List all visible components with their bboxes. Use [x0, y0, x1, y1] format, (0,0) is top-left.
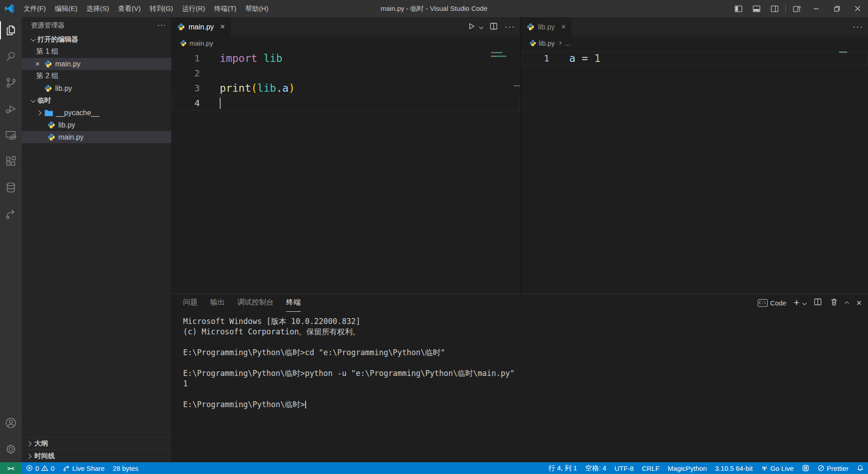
terminal-dropdown-icon[interactable]: [802, 300, 807, 305]
eol-status[interactable]: CRLF: [638, 462, 664, 474]
live-share-icon[interactable]: [0, 201, 22, 227]
close-icon[interactable]: ×: [561, 22, 566, 32]
minimap[interactable]: [836, 49, 862, 293]
editor-scrollbar[interactable]: [862, 49, 868, 293]
file-label: lib.py: [55, 84, 72, 93]
open-editor-main-py[interactable]: × main.py: [22, 58, 171, 70]
database-icon[interactable]: [0, 174, 22, 201]
breadcrumb-item[interactable]: ...: [565, 39, 571, 47]
python-interpreter-status[interactable]: 3.10.5 64-bit: [711, 462, 757, 474]
outline-label: 大纲: [34, 439, 48, 448]
timeline-section[interactable]: 时间线: [22, 450, 171, 462]
folder-section[interactable]: 临时: [22, 94, 171, 107]
panel-tab-0[interactable]: 问题: [183, 294, 198, 312]
close-button[interactable]: [847, 0, 868, 17]
split-terminal-icon[interactable]: [813, 297, 822, 308]
panel-tab-1[interactable]: 输出: [210, 294, 225, 312]
panel-tab-3[interactable]: 终端: [286, 294, 301, 312]
split-editor-icon[interactable]: [489, 22, 498, 33]
go-live-status[interactable]: Go Live: [757, 462, 798, 474]
file-size-status[interactable]: 28 bytes: [108, 462, 142, 474]
run-dropdown-icon[interactable]: [479, 25, 484, 29]
editor-actions: ···: [853, 17, 863, 37]
settings-gear-icon[interactable]: [0, 436, 22, 462]
customize-layout-icon[interactable]: [788, 0, 806, 17]
cursor-position-status[interactable]: 行 4, 列 1: [544, 462, 581, 474]
new-terminal-icon[interactable]: +: [793, 298, 799, 307]
code-text: [211, 66, 220, 81]
run-and-debug-icon[interactable]: [0, 96, 22, 122]
editor-scrollbar[interactable]: [514, 49, 520, 293]
tree-item-main-py[interactable]: main.py: [22, 131, 171, 143]
menu-item-4[interactable]: 转到(G): [145, 0, 178, 17]
tab-main-py[interactable]: main.py ×: [172, 17, 231, 37]
menu-item-3[interactable]: 查看(V): [113, 0, 145, 17]
tree-item-label: __pycache__: [56, 109, 99, 117]
menu-item-6[interactable]: 终端(T): [210, 0, 241, 17]
toggle-panel-icon[interactable]: [747, 0, 765, 17]
toggle-secondary-sidebar-icon[interactable]: [765, 0, 783, 17]
close-icon[interactable]: ×: [35, 60, 44, 69]
panel-tab-2[interactable]: 调试控制台: [237, 294, 274, 312]
browser-preview-status[interactable]: [798, 462, 813, 474]
maximize-panel-icon[interactable]: [844, 301, 849, 305]
close-icon[interactable]: ×: [220, 22, 225, 32]
source-control-icon[interactable]: [0, 70, 22, 96]
code-line[interactable]: 4: [172, 96, 520, 111]
code-line[interactable]: 1a = 1: [521, 51, 868, 66]
more-actions-icon[interactable]: ···: [505, 22, 515, 32]
token: a: [283, 82, 289, 94]
notifications-status[interactable]: [853, 462, 868, 474]
code-text: a = 1: [560, 51, 600, 66]
prettier-status[interactable]: Prettier: [813, 462, 853, 474]
open-editor-lib-py[interactable]: lib.py: [22, 82, 171, 94]
terminal-line: E:\Programming\Python\临时>: [183, 399, 868, 410]
menu-item-1[interactable]: 编辑(E): [50, 0, 82, 17]
account-icon[interactable]: [0, 410, 22, 436]
outline-section[interactable]: 大纲: [22, 437, 171, 450]
remote-indicator[interactable]: ><: [0, 462, 22, 474]
breadcrumb[interactable]: main.py: [172, 37, 520, 49]
panel-header: 问题输出调试控制台终端 C:\ Code + ×: [172, 294, 868, 312]
menu-item-7[interactable]: 帮助(H): [241, 0, 273, 17]
tab-lib-py[interactable]: lib.py ×: [521, 17, 572, 37]
files-icon[interactable]: [0, 17, 22, 43]
tree-item-lib-py[interactable]: lib.py: [22, 119, 171, 131]
problems-status[interactable]: 0 0: [22, 462, 59, 474]
tree-item-pycache[interactable]: __pycache__: [22, 107, 171, 119]
menu-item-0[interactable]: 文件(F): [19, 0, 50, 17]
tab-bar: lib.py × ···: [521, 17, 868, 37]
breadcrumb[interactable]: lib.py ...: [521, 37, 868, 49]
encoding-status[interactable]: UTF-8: [610, 462, 638, 474]
minimap[interactable]: [488, 49, 514, 293]
restore-button[interactable]: [826, 0, 847, 17]
minimize-button[interactable]: [806, 0, 826, 17]
breadcrumb-item[interactable]: lib.py: [539, 39, 555, 47]
toggle-sidebar-icon[interactable]: [729, 0, 747, 17]
language-mode-status[interactable]: MagicPython: [664, 462, 711, 474]
code-text: print(lib.a): [211, 81, 295, 96]
titlebar-controls: [729, 0, 868, 17]
run-python-file-icon[interactable]: [467, 22, 476, 33]
terminal-output[interactable]: Microsoft Windows [版本 10.0.22000.832](c)…: [172, 312, 868, 462]
menu-item-5[interactable]: 运行(R): [178, 0, 210, 17]
extensions-icon[interactable]: [0, 148, 22, 174]
breadcrumb-item[interactable]: main.py: [189, 39, 213, 47]
more-actions-icon[interactable]: ···: [853, 22, 863, 32]
code-line[interactable]: 1import lib: [172, 51, 520, 66]
remote-explorer-icon[interactable]: [0, 122, 22, 148]
code-line[interactable]: 3print(lib.a): [172, 81, 520, 96]
code-editor[interactable]: 1import lib23print(lib.a)4: [172, 49, 520, 293]
sidebar-more-actions-icon[interactable]: ···: [157, 21, 166, 29]
code-line[interactable]: 2: [172, 66, 520, 81]
code-editor[interactable]: 1a = 1: [521, 49, 868, 293]
kill-terminal-icon[interactable]: [830, 297, 839, 308]
close-panel-icon[interactable]: ×: [856, 298, 862, 308]
indentation-status[interactable]: 空格: 4: [581, 462, 610, 474]
open-editors-section[interactable]: 打开的编辑器: [22, 33, 171, 46]
menu-item-2[interactable]: 选择(S): [82, 0, 113, 17]
search-icon[interactable]: [0, 43, 22, 70]
live-share-status[interactable]: Live Share: [59, 462, 109, 474]
go-live-label: Go Live: [770, 465, 794, 472]
terminal-instance[interactable]: C:\ Code: [758, 299, 787, 307]
